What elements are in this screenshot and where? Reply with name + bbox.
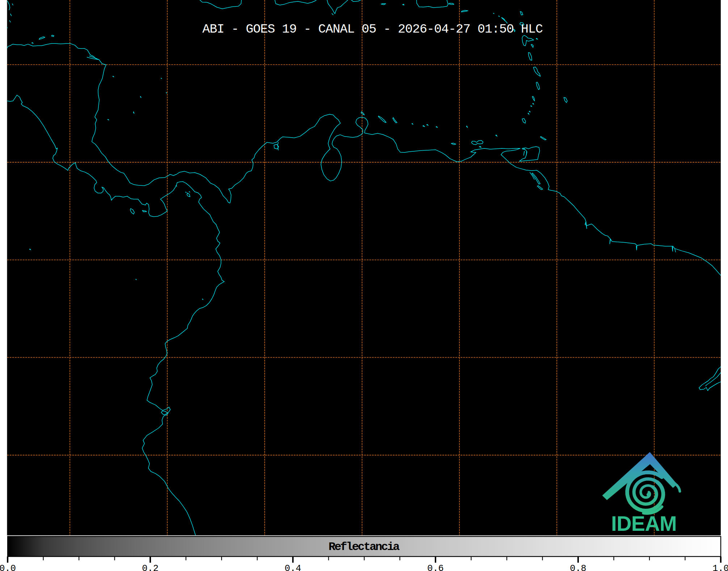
svg-text:0.6: 0.6: [427, 563, 444, 571]
svg-text:0.2: 0.2: [142, 563, 159, 571]
svg-text:0.4: 0.4: [285, 563, 301, 571]
svg-text:0.8: 0.8: [570, 563, 586, 571]
svg-text:Reflectancia: Reflectancia: [329, 540, 400, 554]
svg-text:0.0: 0.0: [0, 563, 16, 571]
svg-text:1.0: 1.0: [712, 563, 728, 571]
svg-text:IDEAM: IDEAM: [611, 512, 677, 535]
svg-text:ABI - GOES 19 - CANAL 05 - 202: ABI - GOES 19 - CANAL 05 - 2026-04-27 01…: [202, 22, 543, 37]
